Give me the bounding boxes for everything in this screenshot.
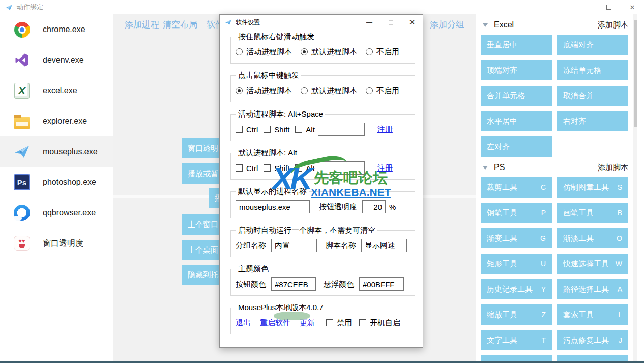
script-button[interactable]: 左对齐 xyxy=(481,136,552,157)
radio-disabled[interactable]: 不启用 xyxy=(366,47,399,57)
checkbox-shift[interactable]: Shift xyxy=(264,125,289,134)
script-button[interactable]: 顶端对齐 xyxy=(481,60,552,80)
script-button[interactable]: 右对齐 xyxy=(557,111,628,131)
checkbox-icon[interactable] xyxy=(264,164,271,172)
script-button[interactable]: 画笔工具B xyxy=(557,203,628,223)
dialog-close-button[interactable]: ✕ xyxy=(401,15,423,30)
checkbox-ctrl[interactable]: Ctrl xyxy=(236,164,258,173)
exit-link[interactable]: 退出 xyxy=(236,318,251,328)
script-label: 污点修复工具 xyxy=(563,336,609,345)
script-button[interactable]: 渐淡工具O xyxy=(557,228,628,248)
group-theme-colors: 主题颜色 按钮颜色 悬浮颜色 xyxy=(230,264,415,296)
script-button[interactable]: 套索工具L xyxy=(557,304,628,325)
radio-active-process-script[interactable]: 活动进程脚本 xyxy=(236,86,292,96)
checkbox-icon[interactable] xyxy=(359,319,366,326)
restart-link[interactable]: 重启软件 xyxy=(260,318,290,328)
sidebar-item-explorer.exe[interactable]: explorer.exe xyxy=(0,106,113,136)
script-label: 快速选择工具 xyxy=(563,259,609,269)
checkbox-alt[interactable]: Alt xyxy=(295,164,315,173)
minimize-button[interactable]: — xyxy=(574,0,597,14)
script-button[interactable]: 历史记录工具Y xyxy=(481,279,552,299)
hover-color-input[interactable] xyxy=(359,277,404,291)
update-link[interactable]: 更新 xyxy=(300,318,315,328)
checkbox-icon[interactable] xyxy=(236,126,243,133)
script-button[interactable]: 矩形工具U xyxy=(481,254,552,274)
radio-default-process-script[interactable]: 默认进程脚本 xyxy=(301,86,357,96)
radio-disabled[interactable]: 不启用 xyxy=(366,86,399,96)
script-button[interactable]: 水平居中 xyxy=(481,111,552,131)
active-hotkey-input[interactable] xyxy=(318,123,365,136)
radio-icon[interactable] xyxy=(236,48,243,55)
script-button[interactable]: 缩放工具Z xyxy=(481,304,552,325)
checkbox-alt[interactable]: Alt xyxy=(295,125,315,134)
explorer-icon xyxy=(13,113,31,130)
checkbox-icon[interactable] xyxy=(326,319,333,326)
checkbox-icon[interactable] xyxy=(295,126,302,133)
group-name-input[interactable] xyxy=(271,239,317,252)
checkbox-ctrl[interactable]: Ctrl xyxy=(236,125,258,134)
script-button[interactable]: 裁剪工具C xyxy=(481,177,552,198)
sidebar-item-chrome.exe[interactable]: chrome.exe xyxy=(0,14,113,45)
process-label: photoshop.exe xyxy=(43,178,96,187)
close-button[interactable]: ✕ xyxy=(621,0,644,14)
radio-icon[interactable] xyxy=(366,48,373,55)
menu-add-process[interactable]: 添加进程 xyxy=(125,19,159,31)
menu-add-group[interactable]: 添加分组 xyxy=(430,19,464,31)
script-button[interactable]: 钢笔工具P xyxy=(481,203,552,223)
maximize-button[interactable] xyxy=(597,0,621,14)
checkbox-icon[interactable] xyxy=(236,164,243,172)
button-color-input[interactable] xyxy=(271,277,316,291)
shortcut-key: Z xyxy=(541,311,546,319)
excel-icon: X xyxy=(13,82,31,99)
script-panel: Excel添加脚本垂直居中底端对齐顶端对齐冻结单元格合并单元格取消合并水平居中右… xyxy=(476,14,644,361)
panel-scrollbar[interactable] xyxy=(633,14,637,361)
dialog-titlebar: 软件设置 — ✕ xyxy=(220,15,423,30)
script-label: 画笔工具 xyxy=(563,208,594,218)
menu-clear-layout[interactable]: 清空布局 xyxy=(163,19,197,31)
checkbox-disable[interactable]: 禁用 xyxy=(326,318,352,328)
script-button[interactable]: 合并单元格 xyxy=(481,86,552,106)
script-button[interactable]: 垂直居中 xyxy=(481,35,552,55)
script-button[interactable]: 路径选择工具A xyxy=(557,279,628,299)
script-button[interactable]: 渐变工具G xyxy=(481,228,552,248)
script-button[interactable]: 快速选择工具W xyxy=(557,254,628,274)
script-button[interactable]: 污点修复工具J xyxy=(557,330,628,350)
register-link[interactable]: 注册 xyxy=(377,125,393,134)
radio-icon-checked[interactable] xyxy=(236,87,243,94)
default-hotkey-input[interactable] xyxy=(318,161,365,175)
process-name-input[interactable] xyxy=(236,200,310,213)
maximize-icon xyxy=(389,20,393,25)
dialog-maximize-button[interactable] xyxy=(380,15,401,30)
script-button[interactable]: 文字工具T xyxy=(481,330,552,350)
sidebar-item--[interactable]: 窗口透明度 xyxy=(0,228,113,259)
register-link[interactable]: 注册 xyxy=(377,163,393,173)
script-button[interactable]: 取消合并 xyxy=(557,86,628,106)
radio-icon-checked[interactable] xyxy=(301,48,308,55)
sidebar-item-qqbrowser.exe[interactable]: qqbrowser.exe xyxy=(0,198,113,228)
collapse-triangle-icon[interactable] xyxy=(483,23,488,27)
qqbrowser-icon xyxy=(13,204,31,221)
radio-default-process-script[interactable]: 默认进程脚本 xyxy=(301,47,357,57)
script-button[interactable]: 冻结单元格 xyxy=(557,60,628,80)
sidebar-item-devenv.exe[interactable]: devenv.exe xyxy=(0,45,113,75)
radio-active-process-script[interactable]: 活动进程脚本 xyxy=(236,47,292,57)
dialog-minimize-button[interactable]: — xyxy=(359,15,380,30)
checkbox-shift[interactable]: Shift xyxy=(264,164,289,173)
opacity-input[interactable] xyxy=(362,200,386,213)
sidebar-item-excel.exe[interactable]: Xexcel.exe xyxy=(0,75,113,106)
scrollbar-thumb[interactable] xyxy=(634,20,637,127)
script-name-input[interactable] xyxy=(361,239,407,252)
sidebar-item-mouseplus.exe[interactable]: mouseplus.exe xyxy=(0,136,113,167)
checkbox-icon[interactable] xyxy=(264,126,271,133)
settings-dialog: 软件设置 — ✕ 按住鼠标右键滑动触发 活动进程脚本 默认进程脚本 不启用 点击… xyxy=(219,14,423,348)
add-script-link[interactable]: 添加脚本 xyxy=(598,163,628,173)
radio-icon[interactable] xyxy=(301,87,308,94)
script-button[interactable]: 仿制图章工具S xyxy=(557,177,628,198)
sidebar-item-photoshop.exe[interactable]: Psphotoshop.exe xyxy=(0,167,113,198)
checkbox-icon[interactable] xyxy=(295,164,302,172)
script-button[interactable]: 底端对齐 xyxy=(557,35,628,55)
add-script-link[interactable]: 添加脚本 xyxy=(598,20,628,30)
checkbox-autostart[interactable]: 开机自启 xyxy=(359,318,400,328)
radio-icon[interactable] xyxy=(366,87,373,94)
collapse-triangle-icon[interactable] xyxy=(483,166,488,170)
